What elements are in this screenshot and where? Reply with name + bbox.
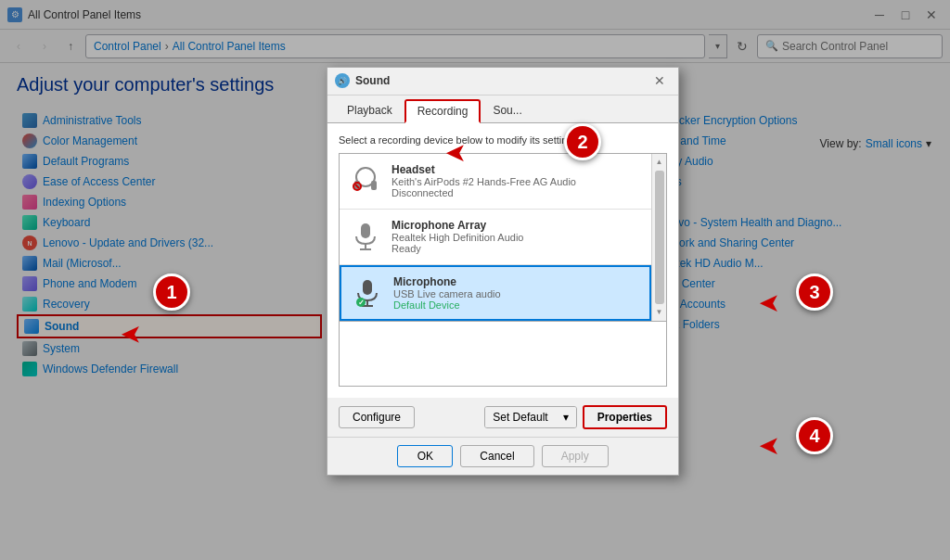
- microphone-info: Microphone USB Live camera audio Default…: [393, 275, 640, 311]
- empty-area: [339, 322, 667, 387]
- cancel-button[interactable]: Cancel: [460, 445, 533, 467]
- microphone-name: Microphone: [393, 275, 640, 288]
- mic-array-status: Ready: [392, 243, 642, 254]
- modal-body: Select a recording device below to modif…: [327, 123, 678, 398]
- sound-dialog: 🔊 Sound ✕ Playback Recording Sou... Sele…: [327, 67, 679, 476]
- properties-button[interactable]: Properties: [583, 405, 667, 429]
- device-list-inner: Headset Keith's AirPods #2 Hands-Free AG…: [340, 154, 651, 321]
- svg-rect-2: [371, 181, 377, 190]
- svg-rect-5: [361, 223, 370, 238]
- mic-array-icon: [349, 220, 382, 253]
- svg-rect-8: [363, 280, 372, 295]
- modal-close-button[interactable]: ✕: [648, 70, 671, 92]
- device-headset[interactable]: Headset Keith's AirPods #2 Hands-Free AG…: [340, 154, 651, 210]
- modal-dialog-footer: OK Cancel Apply: [327, 437, 678, 475]
- scroll-down-icon[interactable]: ▼: [656, 306, 663, 319]
- configure-button[interactable]: Configure: [339, 406, 415, 428]
- tab-recording[interactable]: Recording: [404, 99, 481, 123]
- set-default-button[interactable]: Set Default: [485, 407, 555, 427]
- set-default-group: Set Default ▾: [484, 406, 576, 428]
- microphone-sub: USB Live camera audio: [393, 288, 640, 299]
- device-list: Headset Keith's AirPods #2 Hands-Free AG…: [339, 153, 667, 322]
- headset-sub: Keith's AirPods #2 Hands-Free AG Audio: [392, 176, 642, 187]
- headset-icon: [349, 164, 382, 197]
- microphone-icon: ✓: [351, 276, 384, 310]
- modal-footer-buttons: Configure Set Default ▾ Properties: [327, 398, 678, 437]
- headset-info: Headset Keith's AirPods #2 Hands-Free AG…: [392, 163, 642, 198]
- apply-button[interactable]: Apply: [542, 445, 609, 467]
- tab-playback[interactable]: Playback: [335, 99, 404, 122]
- modal-app-icon: 🔊: [335, 73, 350, 88]
- modal-overlay: 🔊 Sound ✕ Playback Recording Sou... Sele…: [0, 0, 950, 560]
- svg-text:✓: ✓: [358, 299, 365, 307]
- set-default-dropdown[interactable]: ▾: [556, 407, 576, 427]
- device-mic-array[interactable]: Microphone Array Realtek High Definition…: [340, 210, 651, 265]
- modal-tabs: Playback Recording Sou...: [327, 95, 678, 123]
- device-list-scrollbar[interactable]: ▲ ▼: [651, 154, 666, 321]
- mic-array-sub: Realtek High Definition Audio: [392, 232, 642, 243]
- scroll-up-icon[interactable]: ▲: [656, 156, 663, 169]
- modal-footer-right: Set Default ▾ Properties: [484, 405, 667, 429]
- headset-name: Headset: [392, 163, 642, 176]
- ok-button[interactable]: OK: [397, 445, 453, 467]
- headset-status: Disconnected: [392, 187, 642, 198]
- modal-description: Select a recording device below to modif…: [339, 134, 667, 146]
- tab-sounds[interactable]: Sou...: [481, 99, 533, 122]
- scroll-thumb[interactable]: [655, 171, 664, 304]
- modal-title: Sound: [355, 74, 648, 87]
- microphone-status: Default Device: [393, 299, 640, 311]
- mic-array-info: Microphone Array Realtek High Definition…: [392, 219, 642, 254]
- modal-titlebar: 🔊 Sound ✕: [327, 68, 678, 95]
- mic-array-name: Microphone Array: [392, 219, 642, 232]
- device-microphone[interactable]: ✓ Microphone USB Live camera audio Defau…: [340, 265, 651, 321]
